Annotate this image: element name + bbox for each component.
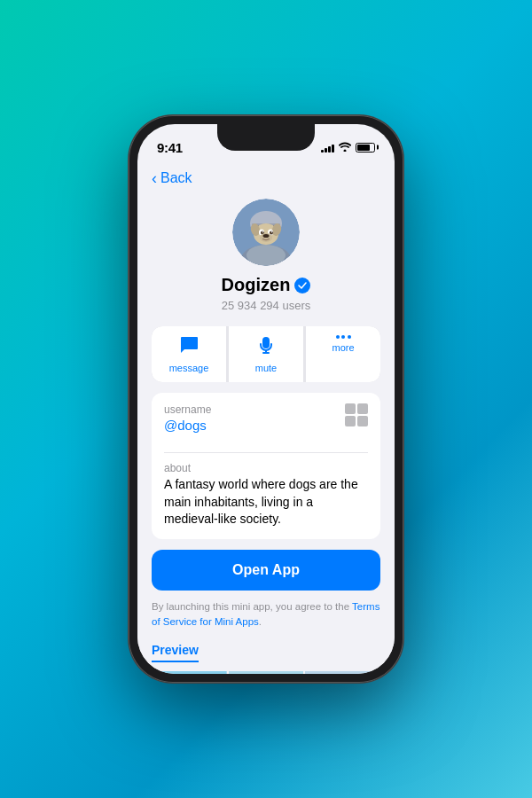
terms-suffix: . bbox=[259, 616, 262, 627]
divider-2 bbox=[304, 326, 305, 382]
status-time: 9:41 bbox=[157, 140, 183, 155]
back-chevron-icon: ‹ bbox=[152, 170, 157, 186]
about-label: about bbox=[164, 462, 368, 474]
mute-icon bbox=[256, 335, 276, 359]
info-card-header: username @dogs bbox=[164, 403, 368, 443]
more-button[interactable]: more bbox=[306, 326, 380, 382]
svg-point-17 bbox=[263, 234, 270, 238]
svg-point-15 bbox=[271, 231, 272, 232]
about-value: A fantasy world where dogs are the main … bbox=[164, 476, 368, 528]
profile-header: Dogizen 25 934 294 users bbox=[137, 192, 395, 326]
divider bbox=[227, 326, 228, 382]
back-button[interactable]: ‹ Back bbox=[152, 170, 380, 186]
svg-rect-54 bbox=[305, 671, 380, 674]
subscriber-count: 25 934 294 users bbox=[222, 299, 310, 312]
username-label: username bbox=[164, 403, 345, 416]
content-scroll[interactable]: ‹ Back bbox=[137, 163, 395, 674]
svg-point-3 bbox=[246, 245, 286, 266]
profile-name: Dogizen bbox=[222, 275, 291, 295]
mute-button[interactable]: mute bbox=[229, 326, 303, 382]
preview-grid: 0:30 bbox=[152, 671, 380, 674]
profile-name-row: Dogizen bbox=[222, 275, 311, 295]
svg-rect-20 bbox=[152, 671, 227, 674]
username-row: username @dogs bbox=[164, 403, 345, 433]
terms-prefix: By launching this mini app, you agree to… bbox=[152, 601, 352, 612]
avatar bbox=[232, 199, 300, 266]
wifi-icon bbox=[339, 142, 351, 153]
nav-bar: ‹ Back bbox=[137, 163, 395, 192]
verified-badge bbox=[294, 278, 310, 293]
preview-thumb-2[interactable]: 0:30 bbox=[229, 671, 304, 674]
terms-text: By launching this mini app, you agree to… bbox=[152, 599, 380, 630]
phone-screen: 9:41 bbox=[137, 124, 395, 674]
svg-rect-38 bbox=[229, 671, 304, 674]
more-label: more bbox=[332, 342, 354, 353]
message-icon bbox=[179, 335, 199, 359]
preview-tab[interactable]: Preview bbox=[152, 643, 199, 662]
info-card: username @dogs about A fantasy world whe… bbox=[152, 393, 380, 539]
notch bbox=[217, 124, 315, 151]
preview-thumb-3[interactable] bbox=[305, 671, 380, 674]
back-label: Back bbox=[160, 170, 192, 186]
preview-section: Preview bbox=[152, 642, 380, 674]
svg-point-13 bbox=[270, 231, 273, 235]
more-icon bbox=[336, 335, 351, 339]
status-icons bbox=[321, 142, 375, 153]
divider-3 bbox=[164, 452, 368, 453]
qr-code-icon[interactable] bbox=[345, 403, 368, 426]
username-value[interactable]: @dogs bbox=[164, 418, 345, 433]
mute-label: mute bbox=[255, 363, 277, 373]
signal-icon bbox=[321, 143, 334, 153]
message-button[interactable]: message bbox=[152, 326, 226, 382]
svg-point-14 bbox=[262, 231, 263, 232]
action-buttons: message mute bbox=[152, 326, 380, 382]
phone-frame: 9:41 bbox=[129, 115, 403, 683]
preview-thumb-1[interactable] bbox=[152, 671, 227, 674]
open-app-button[interactable]: Open App bbox=[152, 550, 380, 591]
message-label: message bbox=[169, 363, 209, 373]
battery-icon bbox=[356, 143, 375, 153]
about-row: about A fantasy world where dogs are the… bbox=[164, 462, 368, 528]
